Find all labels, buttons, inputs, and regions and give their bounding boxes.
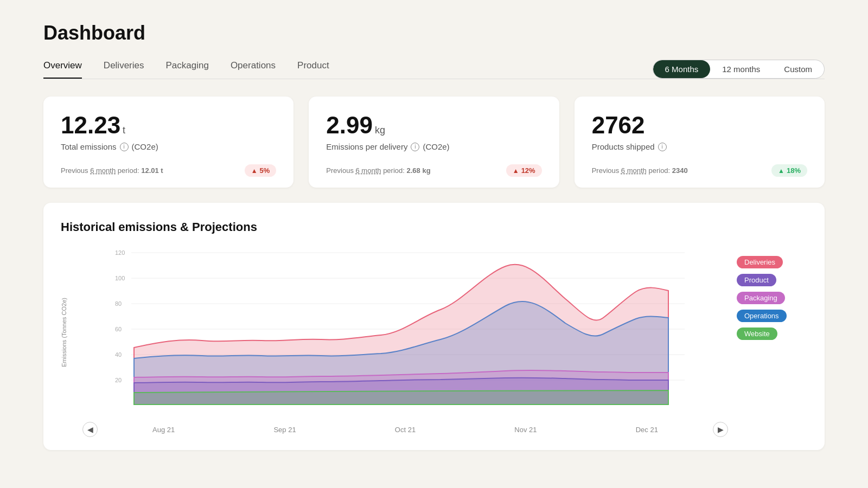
stats-row: 12.23 t Total emissions i (CO2e) Previou… — [43, 97, 825, 188]
tab-operations[interactable]: Operations — [231, 60, 276, 79]
change-badge-products: ▲ 18% — [771, 164, 807, 177]
stat-footer-emissions: Previous 6 month period: 12.01 t ▲ 5% — [61, 164, 276, 177]
stat-main-emissions: 12.23 t — [61, 112, 276, 139]
stat-card-products: 2762 Products shipped i Previous 6 month… — [575, 97, 825, 188]
tab-overview[interactable]: Overview — [43, 60, 82, 79]
period-6months-button[interactable]: 6 Months — [653, 60, 711, 78]
chart-inner: 120 100 80 60 40 20 — [72, 247, 728, 418]
legend-dot-product: Product — [737, 274, 776, 286]
chart-svg: 120 100 80 60 40 20 — [72, 247, 728, 415]
chart-legend: Deliveries Product Packaging Operations … — [737, 256, 807, 340]
period-link-delivery: 6 month — [356, 166, 381, 175]
period-custom-button[interactable]: Custom — [772, 60, 824, 78]
y-axis-label: Emissions (Tonnes CO2e) — [61, 298, 67, 367]
page-title: Dashboard — [43, 22, 825, 44]
svg-text:120: 120 — [115, 249, 125, 256]
stat-number-delivery: 2.99 — [326, 112, 373, 139]
nav-tabs: Overview Deliveries Packaging Operations… — [43, 60, 329, 79]
stat-unit-delivery: kg — [375, 125, 385, 136]
legend-item-website: Website — [737, 328, 807, 340]
info-icon-emissions[interactable]: i — [120, 143, 129, 151]
svg-text:20: 20 — [115, 377, 122, 383]
legend-item-operations: Operations — [737, 310, 807, 322]
stat-number-products: 2762 — [592, 112, 645, 139]
legend-dot-deliveries: Deliveries — [737, 256, 783, 268]
svg-text:80: 80 — [115, 300, 122, 307]
website-area — [134, 390, 668, 404]
legend-item-deliveries: Deliveries — [737, 256, 807, 268]
chart-card: Historical emissions & Projections Emiss… — [43, 203, 825, 450]
stat-card-delivery: 2.99 kg Emissions per delivery i (CO2e) … — [309, 97, 559, 188]
chart-title: Historical emissions & Projections — [61, 220, 807, 234]
svg-text:40: 40 — [115, 351, 122, 358]
tab-packaging[interactable]: Packaging — [166, 60, 209, 79]
period-link-products: 6 month — [621, 166, 647, 175]
legend-item-product: Product — [737, 274, 807, 286]
x-labels: Aug 21 Sep 21 Oct 21 Nov 21 Dec 21 — [98, 426, 713, 434]
next-arrow-button[interactable]: ▶ — [713, 422, 728, 437]
stat-unit-emissions: t — [123, 125, 125, 136]
arrow-up-icon-3: ▲ — [778, 167, 784, 175]
x-label-dec: Dec 21 — [636, 426, 658, 434]
period-12months-button[interactable]: 12 months — [710, 60, 772, 78]
stat-number-emissions: 12.23 — [61, 112, 120, 139]
stat-label-products: Products shipped i — [592, 142, 807, 151]
stat-label-delivery: Emissions per delivery i (CO2e) — [326, 142, 541, 151]
x-axis-nav: ◀ Aug 21 Sep 21 Oct 21 Nov 21 Dec 21 ▶ — [61, 422, 728, 437]
stat-main-products: 2762 — [592, 112, 807, 139]
change-badge-emissions: ▲ 5% — [245, 164, 277, 177]
arrow-up-icon-2: ▲ — [513, 167, 519, 175]
stat-main-delivery: 2.99 kg — [326, 112, 541, 139]
x-label-sep: Sep 21 — [273, 426, 296, 434]
period-link-emissions: 6 month — [90, 166, 116, 175]
tab-deliveries[interactable]: Deliveries — [104, 60, 144, 79]
tab-product[interactable]: Product — [297, 60, 329, 79]
svg-text:100: 100 — [115, 275, 125, 281]
info-icon-delivery[interactable]: i — [411, 143, 419, 151]
stat-footer-delivery: Previous 6 month period: 2.68 kg ▲ 12% — [326, 164, 541, 177]
x-label-aug: Aug 21 — [152, 426, 175, 434]
legend-dot-operations: Operations — [737, 310, 787, 322]
info-icon-products[interactable]: i — [658, 143, 667, 151]
stat-card-emissions: 12.23 t Total emissions i (CO2e) Previou… — [43, 97, 293, 188]
change-badge-delivery: ▲ 12% — [506, 164, 542, 177]
legend-dot-packaging: Packaging — [737, 292, 785, 304]
legend-dot-website: Website — [737, 328, 777, 340]
prev-arrow-button[interactable]: ◀ — [82, 422, 98, 437]
chart-svg-wrapper: Emissions (Tonnes CO2e) 120 100 80 60 — [61, 247, 728, 418]
arrow-up-icon: ▲ — [251, 167, 258, 175]
stat-label-emissions: Total emissions i (CO2e) — [61, 142, 276, 151]
period-controls: 6 Months 12 months Custom — [653, 60, 825, 79]
x-label-oct: Oct 21 — [395, 426, 416, 434]
nav-row: Overview Deliveries Packaging Operations… — [43, 60, 825, 79]
stat-footer-products: Previous 6 month period: 2340 ▲ 18% — [592, 164, 807, 177]
x-label-nov: Nov 21 — [514, 426, 537, 434]
legend-item-packaging: Packaging — [737, 292, 807, 304]
chart-container: Emissions (Tonnes CO2e) 120 100 80 60 — [61, 247, 807, 437]
svg-text:60: 60 — [115, 326, 122, 332]
chart-area: Emissions (Tonnes CO2e) 120 100 80 60 — [61, 247, 728, 437]
